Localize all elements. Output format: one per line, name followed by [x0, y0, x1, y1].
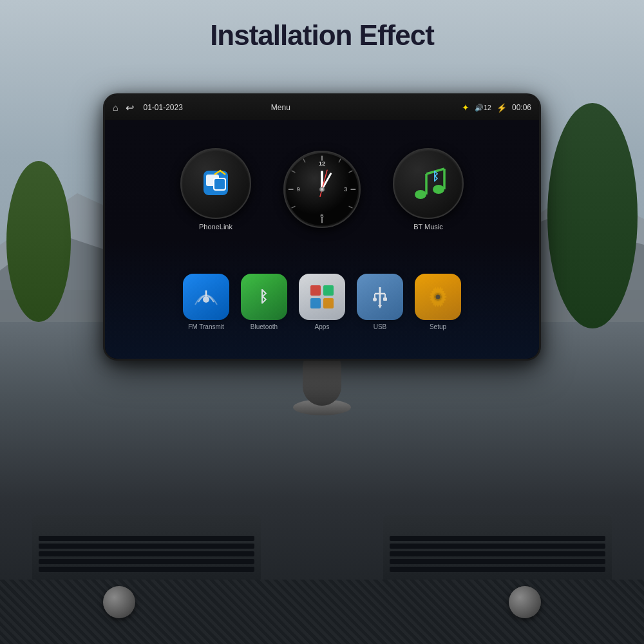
status-right-group: ✦ 🔊12 ⚡ 00:06 [462, 102, 531, 113]
svg-point-31 [203, 296, 209, 303]
setup-label: Setup [430, 323, 446, 330]
apps-icon [299, 274, 345, 320]
app-fm-transmit[interactable]: FM Transmit [183, 274, 229, 330]
btmusic-label: BT Music [413, 223, 443, 231]
svg-rect-43 [383, 298, 387, 301]
app-setup[interactable]: Setup [415, 274, 461, 330]
svg-point-24 [321, 188, 323, 191]
volume-indicator: 🔊12 [475, 104, 491, 112]
screen-display: ⌂ ↩ 01-01-2023 Menu ✦ 🔊12 ⚡ 00:06 [105, 95, 539, 359]
usb-label: USB [374, 323, 387, 330]
bottom-apps-row: FM Transmit ᛒ Bluetooth [118, 274, 526, 330]
status-time: 00:06 [512, 103, 531, 112]
bluetooth-icon: ᛒ [241, 274, 287, 320]
knob-right[interactable] [509, 586, 541, 618]
knob-left[interactable] [103, 586, 135, 618]
status-date: 01-01-2023 [143, 103, 182, 112]
app-phonelink[interactable]: PhoneLink [180, 148, 251, 231]
app-apps[interactable]: Apps [299, 274, 345, 330]
screen-content: PhoneLink [105, 120, 539, 359]
svg-text:9: 9 [297, 185, 300, 193]
svg-rect-36 [310, 298, 321, 308]
carbon-fiber-panel [0, 580, 644, 644]
status-menu[interactable]: Menu [271, 103, 290, 112]
usb-icon [357, 274, 403, 320]
app-bluetooth[interactable]: ᛒ Bluetooth [241, 274, 287, 330]
brightness-icon[interactable]: ✦ [462, 102, 469, 113]
app-clock[interactable]: 12 3 6 9 [283, 151, 361, 228]
home-icon[interactable]: ⌂ [113, 102, 118, 113]
svg-point-25 [415, 190, 426, 199]
phonelink-circle-icon [180, 148, 251, 219]
top-apps-row: PhoneLink [118, 148, 526, 231]
phonelink-label: PhoneLink [199, 223, 232, 231]
bluetooth-label: Bluetooth [251, 323, 278, 330]
page-title: Installation Effect [210, 19, 434, 52]
setup-icon [415, 274, 461, 320]
svg-text:3: 3 [344, 185, 347, 193]
svg-text:12: 12 [319, 160, 326, 167]
svg-text:ᛒ: ᛒ [259, 288, 268, 305]
fm-transmit-icon [183, 274, 229, 320]
svg-point-42 [373, 298, 377, 301]
bluetooth-status-icon: ⚡ [497, 103, 507, 113]
clock-circle-icon: 12 3 6 9 [283, 151, 361, 228]
svg-text:ᛒ: ᛒ [432, 170, 439, 183]
app-usb[interactable]: USB [357, 274, 403, 330]
svg-rect-34 [310, 285, 321, 296]
apps-label: Apps [315, 323, 330, 330]
app-btmusic[interactable]: ᛒ BT Music [393, 148, 464, 231]
svg-rect-35 [323, 285, 334, 296]
svg-text:6: 6 [320, 212, 323, 219]
page-wrapper: Installation Effect [0, 0, 644, 644]
car-screen-device: ⌂ ↩ 01-01-2023 Menu ✦ 🔊12 ⚡ 00:06 [103, 93, 541, 361]
back-icon[interactable]: ↩ [126, 102, 134, 114]
svg-rect-37 [323, 298, 334, 308]
status-bar: ⌂ ↩ 01-01-2023 Menu ✦ 🔊12 ⚡ 00:06 [105, 95, 539, 120]
svg-point-26 [433, 185, 444, 194]
btmusic-circle-icon: ᛒ [393, 148, 464, 219]
fm-transmit-label: FM Transmit [188, 323, 224, 330]
svg-rect-4 [214, 178, 225, 190]
svg-point-48 [436, 295, 440, 299]
svg-marker-44 [378, 305, 382, 308]
